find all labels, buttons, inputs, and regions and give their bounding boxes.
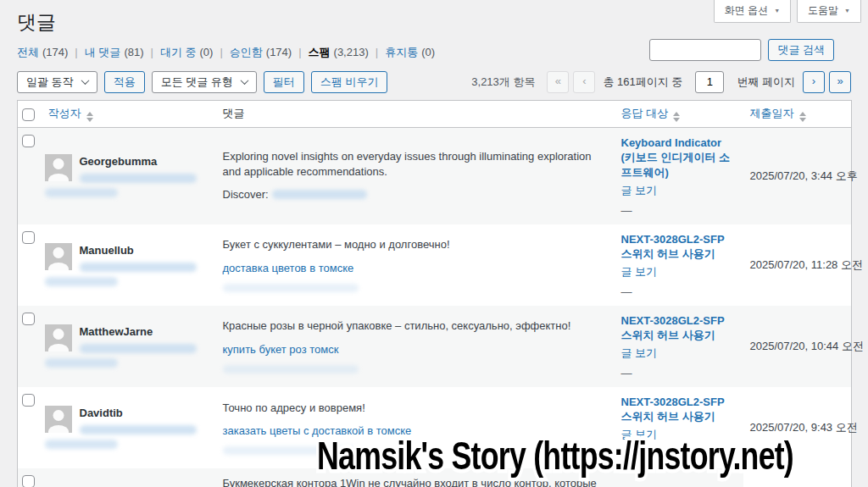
filter-mine[interactable]: 내 댓글(81)	[85, 45, 160, 60]
tablenav-top: 일괄 동작 적용 모든 댓글 유형 필터 스팸 비우기 3,213개 항목 « …	[17, 71, 851, 93]
comment-text: Букет с суккулентами – модно и долговечн…	[223, 237, 608, 252]
response-cell: Keyboard Indicator (키보드 인디게이터 소프트웨어) 글 보…	[615, 127, 743, 224]
author-name: Manuellub	[80, 243, 197, 258]
column-header-comment: 댓글	[216, 100, 615, 127]
watermark: Namsik's Story (https://jnstory.net)	[317, 432, 793, 479]
sort-icon	[673, 112, 680, 122]
filter-trash[interactable]: 휴지통(0)	[385, 45, 435, 60]
column-header-response[interactable]: 응답 대상	[615, 100, 743, 127]
view-post-link[interactable]: 글 보기	[621, 183, 658, 198]
comments-table: 작성자 댓글 응답 대상 제출일자 Georgebumma	[17, 100, 852, 487]
avatar	[45, 406, 72, 433]
post-title-link[interactable]: NEXT-3028GL2-SFP 스위치 허브 사용기	[621, 232, 737, 262]
items-count: 3,213개 항목	[471, 75, 535, 90]
redacted-email	[80, 263, 197, 272]
redacted-line	[223, 365, 359, 374]
author-name: Davidtib	[80, 406, 197, 421]
chevron-down-icon: ▼	[774, 8, 780, 14]
submitted-date: 2025/07/20, 3:44 오후	[743, 127, 852, 224]
select-all-checkbox[interactable]	[22, 108, 35, 121]
comment-type-select[interactable]: 모든 댓글 유형	[152, 71, 257, 93]
row-checkbox[interactable]	[22, 135, 35, 147]
comment-row: MatthewJarne Красные розы в черной упако…	[18, 306, 852, 387]
screen-meta-links: 화면 옵션 ▼ 도움말 ▼	[714, 0, 861, 23]
page-suffix-label: 번째 페이지	[737, 75, 795, 90]
sort-icon	[799, 112, 806, 122]
chevron-down-icon	[81, 77, 89, 86]
row-checkbox[interactable]	[22, 231, 35, 244]
view-post-link[interactable]: 글 보기	[621, 264, 658, 279]
filter-button[interactable]: 필터	[264, 71, 304, 93]
help-button[interactable]: 도움말 ▼	[797, 0, 861, 23]
author-cell: Davidtib	[42, 387, 216, 468]
search-comments-button[interactable]: 댓글 검색	[768, 39, 834, 61]
current-page-input[interactable]	[695, 71, 724, 93]
apply-button[interactable]: 적용	[104, 71, 145, 93]
help-label: 도움말	[808, 3, 838, 18]
post-title-link[interactable]: NEXT-3028GL2-SFP 스위치 허브 사용기	[621, 313, 737, 343]
screen-options-label: 화면 옵션	[725, 3, 768, 18]
redacted-ip	[45, 358, 118, 368]
bulk-action-select[interactable]: 일괄 동작	[17, 71, 97, 93]
post-title-link[interactable]: Keyboard Indicator (키보드 인디게이터 소프트웨어)	[621, 136, 737, 180]
submitted-date: 2025/07/20, 10:44 오전	[743, 306, 852, 387]
comment-text: Точно по адресу и вовремя!	[223, 401, 608, 416]
screen-options-button[interactable]: 화면 옵션 ▼	[714, 0, 791, 23]
avatar	[45, 154, 72, 181]
redacted-line	[223, 284, 359, 292]
redacted-ip	[45, 188, 118, 197]
sort-icon	[86, 112, 93, 122]
search-input[interactable]	[649, 39, 761, 61]
comment-text-2: Discover:	[223, 188, 269, 201]
response-cell: NEXT-3028GL2-SFP 스위치 허브 사용기 글 보기 —	[615, 224, 743, 306]
filter-spam[interactable]: 스팸(3,213)	[309, 45, 386, 60]
redacted-url	[272, 190, 367, 199]
author-cell: MatthewJarne	[42, 306, 216, 387]
content-wrap: 댓글 전체(174) 내 댓글(81) 대기 중(0) 승인함(174) 스팸(…	[17, 0, 851, 487]
author-name: Georgebumma	[80, 154, 197, 169]
column-header-date[interactable]: 제출일자	[743, 100, 852, 127]
filter-pending[interactable]: 대기 중(0)	[160, 45, 230, 60]
redacted-ip	[45, 277, 118, 286]
column-header-author[interactable]: 작성자	[42, 100, 216, 127]
redacted-email	[80, 425, 197, 434]
comment-row: Georgebumma Exploring novel insights on …	[18, 127, 852, 224]
author-cell: Richardbuilm	[42, 468, 216, 487]
redacted-email	[80, 174, 197, 183]
empty-spam-button[interactable]: 스팸 비우기	[311, 71, 388, 93]
search-box: 댓글 검색	[649, 39, 834, 61]
filter-all[interactable]: 전체(174)	[17, 45, 85, 60]
avatar	[45, 243, 72, 270]
comment-link[interactable]: доставка цветов в томске	[223, 262, 354, 274]
comment-text: Красные розы в черной упаковке – стильно…	[223, 318, 608, 334]
chevron-down-icon: ▼	[844, 8, 850, 14]
view-post-link[interactable]: 글 보기	[621, 346, 658, 361]
filter-approved[interactable]: 승인함(174)	[230, 45, 309, 60]
post-title-link[interactable]: NEXT-3028GL2-SFP 스위치 허브 사용기	[621, 395, 737, 424]
response-cell: NEXT-3028GL2-SFP 스위치 허브 사용기 글 보기 —	[615, 306, 743, 387]
row-checkbox[interactable]	[22, 313, 35, 325]
avatar	[45, 324, 72, 351]
comment-count-dash: —	[621, 285, 737, 298]
pagination: 3,213개 항목 « ‹ 총 161페이지 중 번째 페이지 › »	[471, 71, 851, 93]
comment-row: Manuellub Букет с суккулентами – модно и…	[18, 224, 852, 306]
row-checkbox[interactable]	[22, 475, 35, 487]
total-pages-label: 총 161페이지 중	[603, 75, 682, 90]
last-page-button[interactable]: »	[829, 71, 851, 93]
row-checkbox[interactable]	[22, 394, 35, 407]
redacted-email	[80, 344, 197, 353]
comment-count-dash: —	[621, 204, 737, 217]
author-name: MatthewJarne	[80, 324, 197, 340]
bulk-actions: 일괄 동작 적용 모든 댓글 유형 필터 스팸 비우기	[17, 71, 387, 93]
first-page-button: «	[547, 71, 569, 93]
comment-cell: Букет с суккулентами – модно и долговечн…	[216, 224, 615, 306]
prev-page-button: ‹	[573, 71, 595, 93]
comment-count-dash: —	[621, 367, 737, 379]
redacted-ip	[45, 440, 118, 449]
comment-cell: Exploring novel insights on everyday iss…	[216, 127, 615, 224]
author-cell: Georgebumma	[42, 127, 216, 224]
author-cell: Manuellub	[42, 224, 216, 306]
comment-link[interactable]: купить букет роз томск	[223, 343, 339, 356]
next-page-button[interactable]: ›	[803, 71, 825, 93]
chevron-down-icon	[240, 77, 248, 86]
